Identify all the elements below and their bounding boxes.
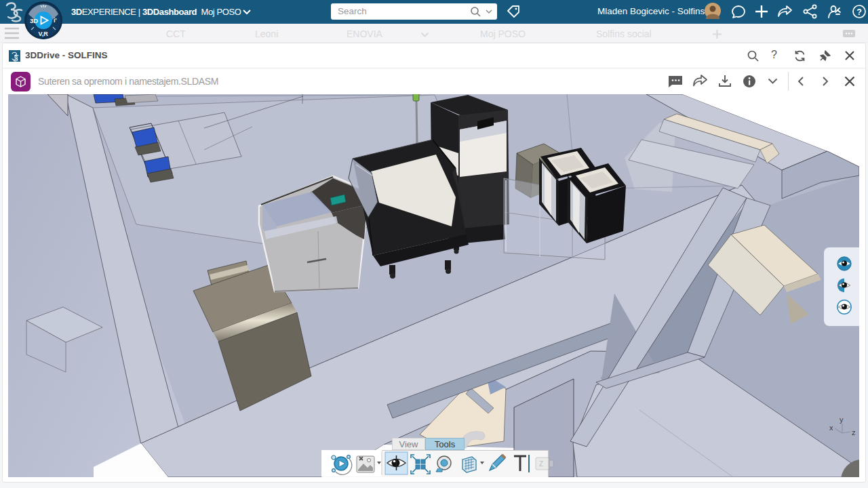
svg-text:x: x [829, 424, 833, 432]
svg-text:y: y [840, 415, 844, 424]
svg-text:V,R: V,R [39, 30, 49, 37]
svg-text:z: z [852, 428, 856, 436]
svg-text:3D: 3D [30, 17, 38, 24]
svg-text:i': i' [54, 17, 57, 24]
svg-text:Z: Z [539, 460, 543, 468]
svg-text:?: ? [856, 7, 862, 17]
